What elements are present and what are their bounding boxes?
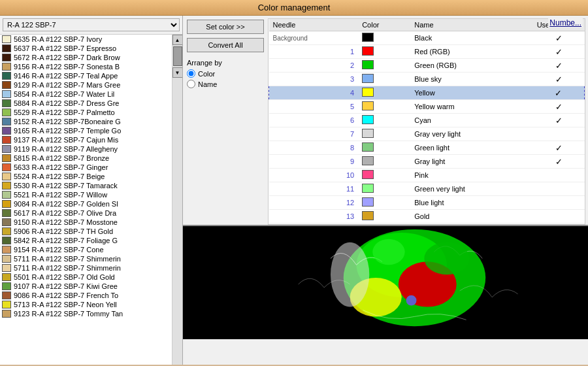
arrange-name-radio[interactable]: Name	[187, 80, 264, 88]
scroll-up-arrow[interactable]: ▲	[172, 35, 183, 45]
list-item[interactable]: 9156 R-A #122 SBP-7 Sonesta B	[0, 62, 172, 71]
used-cell: ✓	[533, 45, 585, 59]
convert-all-button[interactable]: Convert All	[187, 38, 264, 52]
list-item[interactable]: 9107 R-A #122 SBP-7 Kiwi Gree	[0, 282, 172, 291]
scroll-thumb[interactable]	[173, 46, 182, 66]
list-item[interactable]: 5529 R-A #122 SBP-7 Palmetto	[0, 108, 172, 117]
used-cell: ✓	[533, 100, 585, 114]
color-swatch	[362, 33, 374, 42]
table-row[interactable]: 3 Blue sky ✓	[269, 73, 585, 86]
checkmark-icon: ✓	[555, 143, 563, 153]
list-item[interactable]: 5842 R-A #122 SBP-7 Foliage G	[0, 236, 172, 245]
table-row[interactable]: 12 Blue light	[269, 196, 585, 210]
list-item[interactable]: 9084 R-A #122 SBP-7 Golden Sl	[0, 199, 172, 208]
svg-point-8	[372, 239, 404, 265]
color-swatch	[362, 211, 374, 220]
thread-swatch	[2, 237, 11, 244]
thread-label: 9156 R-A #122 SBP-7 Sonesta B	[14, 63, 120, 71]
thread-swatch	[2, 310, 11, 318]
number-link[interactable]: Numbe...	[548, 18, 583, 27]
name-cell: Blue light	[410, 196, 532, 210]
table-row[interactable]: 6 Cyan ✓	[269, 114, 585, 127]
color-cell	[358, 182, 410, 196]
list-item[interactable]: 5815 R-A #122 SBP-7 Bronze	[0, 154, 172, 163]
color-cell	[358, 31, 410, 45]
list-item[interactable]: 5854 R-A #122 SBP-7 Water Lil	[0, 90, 172, 99]
table-row[interactable]: 1 Red (RGB) ✓	[269, 45, 585, 59]
thread-label: 5672 R-A #122 SBP-7 Dark Brow	[14, 54, 120, 61]
list-item[interactable]: 5501 R-A #122 SBP-7 Old Gold	[0, 273, 172, 282]
list-item[interactable]: 5906 R-A #122 SBP-7 TH Gold	[0, 227, 172, 236]
color-swatch	[362, 142, 374, 152]
name-cell: Blue sky	[410, 73, 532, 86]
svg-point-6	[406, 295, 417, 306]
needle-cell: Background	[269, 31, 359, 45]
thread-dropdown[interactable]: R-A 122 SBP-7	[3, 18, 180, 31]
thread-swatch	[2, 301, 11, 308]
table-header-row: Needle Color Name Used	[269, 19, 585, 31]
table-row[interactable]: 5 Yellow warm ✓	[269, 100, 585, 114]
color-swatch	[362, 88, 374, 97]
list-item[interactable]: 5521 R-A #122 SBP-7 Willow	[0, 190, 172, 199]
list-item[interactable]: 5637 R-A #122 SBP-7 Espresso	[0, 44, 172, 53]
color-swatch	[362, 74, 374, 83]
list-item[interactable]: 9154 R-A #122 SBP-7 Cone	[0, 245, 172, 254]
table-row[interactable]: Background Black ✓	[269, 31, 585, 45]
table-row[interactable]: 13 Gold	[269, 210, 585, 224]
col-name: Name	[410, 19, 532, 31]
table-row[interactable]: 9 Gray light ✓	[269, 155, 585, 169]
thread-label: 9084 R-A #122 SBP-7 Golden Sl	[14, 200, 118, 208]
color-table-container: Needle Color Name Used Background Black …	[268, 18, 585, 225]
thread-swatch	[2, 273, 11, 281]
needle-cell: 13	[269, 210, 359, 224]
list-item[interactable]: 5672 R-A #122 SBP-7 Dark Brow	[0, 53, 172, 62]
color-cell	[358, 86, 410, 100]
color-swatch	[362, 184, 374, 193]
list-item[interactable]: 9119 R-A #122 SBP-7 Allegheny	[0, 144, 172, 154]
scroll-down-arrow[interactable]: ▼	[172, 67, 183, 78]
thread-label: 5530 R-A #122 SBP-7 Tamarack	[14, 182, 118, 190]
color-cell	[358, 73, 410, 86]
set-color-button[interactable]: Set color >>	[187, 20, 264, 34]
list-item[interactable]: 9165 R-A #122 SBP-7 Temple Go	[0, 126, 172, 135]
list-item[interactable]: 5711 R-A #122 SBP-7 Shimmerin	[0, 254, 172, 263]
table-row[interactable]: 11 Green very light	[269, 182, 585, 196]
list-item[interactable]: 5633 R-A #122 SBP-7 Ginger	[0, 163, 172, 172]
embroidery-preview	[183, 226, 588, 339]
table-row[interactable]: 4 Yellow ✓	[269, 86, 585, 100]
thread-swatch	[2, 154, 11, 162]
list-item[interactable]: 5711 R-A #122 SBP-7 Shimmerin	[0, 263, 172, 273]
list-item[interactable]: 5617 R-A #122 SBP-7 Olive Dra	[0, 208, 172, 218]
list-item[interactable]: 9152 R-A #122 SBP-7Boneaire G	[0, 117, 172, 126]
list-item[interactable]: 9123 R-A #122 SBP-7 Tommy Tan	[0, 309, 172, 318]
scrollbar[interactable]: ▲ ▼	[172, 35, 182, 365]
list-item[interactable]: 9146 R-A #122 SBP-7 Teal Appe	[0, 71, 172, 80]
arrange-color-radio[interactable]: Color	[187, 69, 264, 78]
color-swatch	[362, 46, 374, 56]
dropdown-bar: R-A 122 SBP-7	[0, 16, 182, 35]
table-row[interactable]: 7 Gray very light	[269, 127, 585, 141]
list-item[interactable]: 5635 R-A #122 SBP-7 Ivory	[0, 35, 172, 44]
list-item[interactable]: 5530 R-A #122 SBP-7 Tamarack	[0, 181, 172, 190]
used-cell: ✓	[533, 114, 585, 127]
color-cell	[358, 155, 410, 169]
list-item[interactable]: 5524 R-A #122 SBP-7 Beige	[0, 172, 172, 181]
list-item[interactable]: 5713 R-A #122 SBP-7 Neon Yell	[0, 300, 172, 309]
list-item[interactable]: 9086 R-A #122 SBP-7 French To	[0, 291, 172, 300]
table-row[interactable]: 2 Green (RGB) ✓	[269, 59, 585, 73]
thread-swatch	[2, 282, 11, 290]
checkmark-icon: ✓	[555, 47, 563, 57]
checkmark-icon: ✓	[555, 116, 563, 125]
name-cell: Gray light	[410, 155, 532, 169]
table-row[interactable]: 10 Pink	[269, 169, 585, 182]
list-item[interactable]: 9129 R-A #122 SBP-7 Mars Gree	[0, 80, 172, 90]
color-swatch	[362, 115, 374, 124]
thread-label: 9107 R-A #122 SBP-7 Kiwi Gree	[14, 282, 118, 290]
table-row[interactable]: 8 Green light ✓	[269, 141, 585, 155]
thread-label: 5713 R-A #122 SBP-7 Neon Yell	[14, 301, 117, 308]
name-cell: Green light	[410, 141, 532, 155]
list-item[interactable]: 9137 R-A #122 SBP-7 Cajun Mis	[0, 135, 172, 144]
list-item[interactable]: 9150 R-A #122 SBP-7 Mosstone	[0, 218, 172, 227]
thread-swatch	[2, 218, 11, 226]
list-item[interactable]: 5884 R-A #122 SBP-7 Dress Gre	[0, 99, 172, 108]
